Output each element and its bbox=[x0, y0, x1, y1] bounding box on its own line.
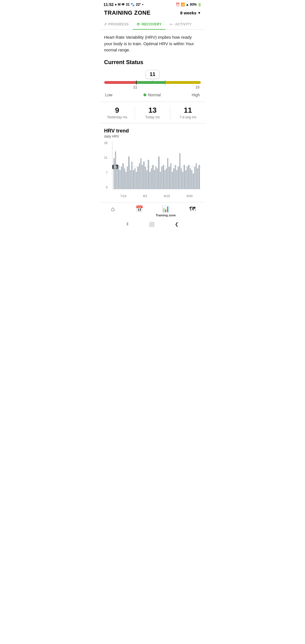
calendar-icon: 📅 bbox=[136, 205, 143, 213]
nav-calendar[interactable]: 📅 bbox=[126, 205, 152, 217]
stat-today: 13 Today ms bbox=[135, 106, 170, 119]
status-normal-label: Normal bbox=[143, 93, 161, 97]
progress-icon: ↗ bbox=[104, 22, 107, 27]
chart-bar bbox=[137, 167, 138, 189]
stat-yesterday-label: Yesterday ms bbox=[100, 115, 135, 119]
x-label-4: 8/30 bbox=[187, 194, 193, 198]
chart-bar bbox=[175, 165, 176, 189]
nav-home[interactable]: ⌂ bbox=[100, 205, 126, 217]
chart-bar bbox=[179, 153, 180, 189]
chart-bar bbox=[130, 170, 131, 189]
status-low-label: Low bbox=[105, 93, 113, 97]
chart-bar bbox=[157, 168, 158, 189]
recovery-icon: ⟳ bbox=[137, 22, 140, 27]
chart-bar bbox=[139, 163, 140, 189]
gauge-label-high-value: 15 bbox=[195, 85, 199, 89]
chart-bar bbox=[190, 168, 191, 189]
y-label-28: 28 bbox=[104, 141, 108, 145]
battery-icon: 🔋 bbox=[198, 3, 202, 6]
period-selector[interactable]: 8 weeks ▼ bbox=[180, 10, 201, 15]
nav-map[interactable]: 🗺 bbox=[179, 205, 206, 217]
hrv-description: Heart Rate Variability (HRV) implies how… bbox=[104, 34, 201, 53]
gauge-needle bbox=[136, 80, 137, 84]
stats-row: 9 Yesterday ms 13 Today ms 11 7-d avg ms bbox=[100, 102, 206, 123]
stat-avg: 11 7-d avg ms bbox=[170, 106, 205, 119]
chart-bar bbox=[145, 167, 146, 189]
chart-bar bbox=[163, 165, 164, 189]
chart-bar bbox=[134, 168, 136, 189]
chart-bar bbox=[124, 168, 125, 189]
chart-bar bbox=[140, 158, 141, 189]
chart-bar bbox=[148, 160, 149, 189]
chart-bar bbox=[184, 165, 185, 189]
chart-bar bbox=[164, 170, 165, 189]
main-content: Heart Rate Variability (HRV) implies how… bbox=[100, 30, 206, 123]
x-label-2: 8/2 bbox=[143, 194, 147, 198]
tab-progress-label: PROGRESS bbox=[108, 22, 129, 26]
status-high-label: High bbox=[192, 93, 200, 97]
status-time: 11:52 bbox=[104, 2, 114, 7]
tab-bar: ↗ PROGRESS ⟳ RECOVERY ⟜ ACTIVITY bbox=[100, 19, 206, 30]
chart-bar bbox=[167, 158, 168, 189]
chevron-down-icon: ▼ bbox=[198, 11, 201, 15]
android-home-btn[interactable]: ⬜ bbox=[149, 221, 154, 227]
chart-bar bbox=[114, 158, 115, 189]
status-icons: ● M 👁 31 🐾 bbox=[115, 3, 135, 6]
gauge-tooltip: 11 bbox=[104, 70, 201, 79]
chart-bar bbox=[152, 165, 153, 189]
chart-x-labels: 7/19 8/2 8/16 8/30 bbox=[112, 194, 201, 198]
android-back-btn[interactable]: ❮ bbox=[175, 221, 178, 227]
chart-bar bbox=[181, 168, 182, 189]
android-recent-btn[interactable]: ⦀ bbox=[127, 221, 128, 227]
chart-bar bbox=[161, 167, 162, 189]
status-dot: • bbox=[142, 3, 143, 6]
gauge-segment-low bbox=[104, 81, 136, 84]
home-icon: ⌂ bbox=[111, 205, 115, 213]
chart-bar bbox=[170, 163, 171, 189]
chart-bar bbox=[128, 156, 129, 189]
y-label-0: 0 bbox=[106, 186, 108, 189]
alarm-icon: ⏰ bbox=[176, 3, 180, 6]
chart-bar bbox=[176, 170, 177, 189]
x-label-1: 7/19 bbox=[120, 194, 126, 198]
gauge-segment-high bbox=[165, 81, 201, 84]
chart-bar bbox=[125, 172, 127, 189]
nav-training[interactable]: 📊 Training zone bbox=[152, 205, 179, 217]
stat-today-value: 13 bbox=[135, 106, 170, 115]
chart-bar bbox=[160, 172, 161, 189]
chart-bars bbox=[112, 141, 201, 189]
chart-bar bbox=[133, 170, 134, 189]
chart-bar bbox=[116, 168, 117, 189]
tab-progress[interactable]: ↗ PROGRESS bbox=[100, 19, 133, 29]
chart-bar bbox=[166, 168, 167, 189]
tab-activity[interactable]: ⟜ ACTIVITY bbox=[165, 19, 195, 29]
hrv-gauge: 11 11 15 Low Normal High bbox=[104, 70, 201, 97]
chart-bar bbox=[151, 168, 152, 189]
gauge-current-value: 11 bbox=[145, 70, 160, 79]
hrv-trend-section: HRV trend daily HRV 28 21 7 0 13 7/19 8/… bbox=[100, 123, 206, 198]
chart-bar bbox=[172, 172, 173, 189]
chart-bar bbox=[173, 168, 174, 189]
gauge-label-low-value: 11 bbox=[133, 85, 137, 89]
chart-bar bbox=[142, 165, 143, 189]
normal-label-text: Normal bbox=[148, 93, 161, 97]
chart-bar bbox=[182, 172, 183, 189]
chart-bar bbox=[197, 168, 198, 189]
chart-bar bbox=[143, 162, 144, 189]
y-label-7: 7 bbox=[106, 171, 108, 174]
status-left: 11:52 ● M 👁 31 🐾 22° • bbox=[104, 2, 143, 7]
chart-bar bbox=[193, 173, 194, 189]
chart-bar bbox=[188, 165, 189, 189]
chart-bar bbox=[119, 170, 121, 189]
battery-level: 93% bbox=[190, 3, 197, 6]
chart-bar bbox=[155, 167, 156, 189]
hrv-trend-subtitle: daily HRV bbox=[104, 134, 201, 138]
chart-bar bbox=[194, 167, 195, 189]
x-label-3: 8/16 bbox=[164, 194, 170, 198]
chart-bar bbox=[191, 170, 192, 189]
chart-bar bbox=[136, 172, 137, 189]
status-bar: 11:52 ● M 👁 31 🐾 22° • ⏰ 📶 ▲ 93% 🔋 bbox=[100, 0, 206, 8]
y-label-21: 21 bbox=[104, 156, 108, 159]
tab-recovery[interactable]: ⟳ RECOVERY bbox=[133, 19, 165, 29]
stat-yesterday: 9 Yesterday ms bbox=[100, 106, 135, 119]
